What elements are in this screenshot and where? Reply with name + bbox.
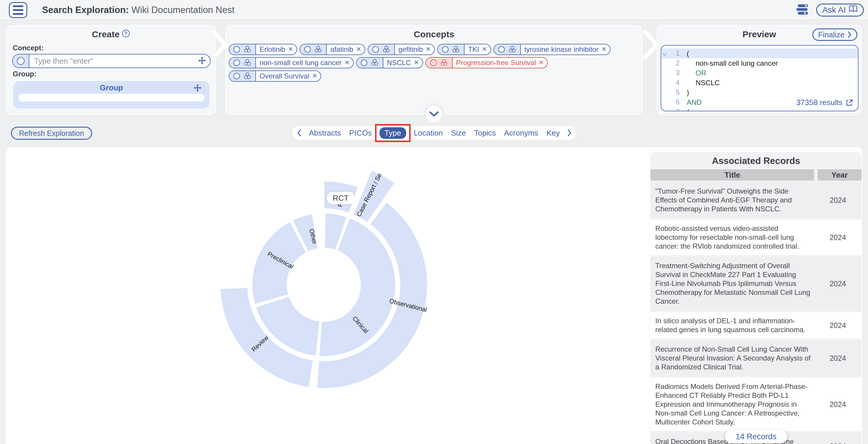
group-input-slot[interactable]	[19, 94, 205, 102]
radio-icon[interactable]	[361, 60, 367, 66]
chevron-right-icon	[847, 31, 852, 38]
book-icon	[849, 5, 858, 15]
record-row[interactable]: Recurrence of Non-Small Cell Lung Cancer…	[651, 340, 862, 376]
concept-tag[interactable]: TKI×	[437, 44, 491, 55]
radio-icon[interactable]	[234, 60, 240, 66]
tab-topics[interactable]: Topics	[473, 127, 497, 139]
record-row[interactable]: Robotic-assisted versus video-assisted l…	[651, 219, 862, 255]
stack-icon[interactable]	[796, 4, 810, 16]
tag-label: Progression-free Survival	[453, 59, 537, 67]
concept-tag[interactable]: gefitinib×	[368, 44, 435, 55]
tabs-scroll-right[interactable]	[567, 129, 571, 137]
close-icon[interactable]: ×	[354, 45, 364, 54]
close-icon[interactable]: ×	[310, 72, 320, 80]
tab-key[interactable]: Key	[546, 127, 560, 139]
line-text: (	[680, 49, 689, 58]
tag-label: Overall Survival	[256, 72, 310, 80]
menu-icon[interactable]	[9, 2, 27, 18]
close-icon[interactable]: ×	[412, 58, 422, 67]
close-icon[interactable]: ×	[424, 45, 434, 54]
synonym-cluster-icon	[314, 45, 322, 53]
associated-records-panel: Associated Records Title Year "Tumor-Fre…	[651, 152, 862, 444]
group-label: Group:	[13, 70, 36, 78]
concept-tag[interactable]: non-small cell lung cancer×	[229, 57, 354, 68]
ask-ai-button[interactable]: Ask AI	[816, 4, 864, 16]
create-panel-title: Create?	[6, 26, 215, 39]
create-panel: Create? Concept: Group: Group	[6, 25, 216, 115]
tab-abstracts[interactable]: Abstracts	[308, 127, 342, 139]
tag-label: Erlotinib	[256, 45, 286, 54]
radio-icon[interactable]	[234, 46, 240, 53]
concept-tag[interactable]: Overall Survival×	[229, 70, 321, 82]
line-number: 4	[668, 79, 680, 87]
fold-chevron-icon[interactable]	[661, 49, 668, 58]
group-move-icon[interactable]	[193, 84, 202, 93]
radio-icon[interactable]	[304, 46, 311, 53]
tab-type[interactable]: Type	[379, 127, 406, 139]
record-year: 2024	[814, 182, 862, 218]
concept-tags: Erlotinib×afatinib×gefitinib×TKI×tyrosin…	[229, 44, 639, 82]
close-icon[interactable]: ×	[537, 58, 547, 67]
radio-icon[interactable]	[234, 73, 240, 79]
query-preview-editor[interactable]: 1(2non-small cell lung cancer3OR4NSCLC5)…	[661, 45, 859, 111]
concept-tag[interactable]: tyrosine kinase inhibitor×	[494, 44, 611, 55]
concept-input-group	[12, 54, 211, 68]
record-year: 2024	[814, 219, 862, 255]
close-icon[interactable]: ×	[343, 58, 353, 67]
tab-picos[interactable]: PICOs	[348, 127, 372, 139]
query-line: 5)	[661, 88, 858, 97]
radio-icon[interactable]	[498, 46, 505, 53]
record-year: 2024	[814, 378, 862, 431]
exclude-icon[interactable]: −	[430, 60, 437, 66]
chevron-left-icon	[297, 129, 301, 137]
results-link[interactable]: 37358 results	[794, 98, 853, 107]
tabs-scroll-left[interactable]	[297, 129, 301, 137]
tab-size[interactable]: Size	[450, 127, 467, 139]
record-row[interactable]: "Tumor-Free Survival" Outweighs the Side…	[651, 182, 862, 218]
radio-icon[interactable]	[442, 46, 448, 53]
tag-toggle-area	[229, 71, 256, 81]
line-text: )	[680, 89, 689, 97]
concept-tag[interactable]: Erlotinib×	[229, 44, 297, 55]
arrow-right-separator	[211, 28, 229, 61]
page-title-nest-name: Wiki Documentation Nest	[131, 5, 234, 15]
external-link-icon	[845, 99, 853, 107]
radio-icon[interactable]	[372, 46, 379, 53]
arrow-right-separator	[642, 28, 660, 61]
record-row[interactable]: Radiomics Models Derived From Arterial-P…	[651, 378, 862, 431]
record-year: 2024	[814, 257, 862, 310]
exploration-tabbar: AbstractsPICOsTypeLocationSizeTopicsAcro…	[292, 126, 576, 140]
tag-label: gefitinib	[395, 45, 424, 54]
refresh-exploration-button[interactable]: Refresh Exploration	[11, 127, 92, 140]
close-icon[interactable]: ×	[599, 45, 610, 54]
line-number: 3	[668, 69, 680, 77]
record-row[interactable]: In silico analysis of DEL-1 and inflamma…	[651, 312, 862, 339]
query-line: 3OR	[661, 68, 858, 78]
record-year: 2024	[814, 312, 862, 339]
expand-concepts-button[interactable]	[426, 106, 442, 122]
top-bar: Search Exploration: Wiki Documentation N…	[0, 0, 868, 20]
close-icon[interactable]: ×	[480, 45, 490, 54]
concept-tag[interactable]: NSCLC×	[356, 57, 423, 68]
record-row[interactable]: Treatment-Switching Adjustment of Overal…	[651, 257, 862, 310]
tag-toggle-area	[438, 44, 465, 55]
group-drop-zone[interactable]: Group	[12, 80, 211, 109]
query-line: 4NSCLC	[661, 78, 858, 88]
tab-location[interactable]: Location	[413, 127, 443, 139]
concept-radio-wrap	[13, 55, 29, 67]
close-icon[interactable]: ×	[286, 45, 297, 54]
concepts-panel-title: Concepts	[226, 26, 642, 39]
concept-radio[interactable]	[17, 57, 25, 65]
tag-label: TKI	[465, 45, 480, 54]
chevron-down-icon	[429, 111, 439, 117]
concept-tag[interactable]: afatinib×	[300, 44, 365, 55]
tab-acronyms[interactable]: Acronyms	[504, 127, 539, 139]
tag-label: NSCLC	[383, 59, 412, 67]
concept-tag[interactable]: −Progression-free Survival×	[426, 57, 548, 68]
help-icon[interactable]: ?	[122, 30, 130, 37]
line-number: 2	[668, 59, 680, 67]
move-icon[interactable]	[197, 57, 207, 65]
concept-input[interactable]	[29, 57, 194, 66]
finalize-button[interactable]: Finalize	[812, 28, 857, 41]
line-number: 7	[668, 108, 680, 111]
